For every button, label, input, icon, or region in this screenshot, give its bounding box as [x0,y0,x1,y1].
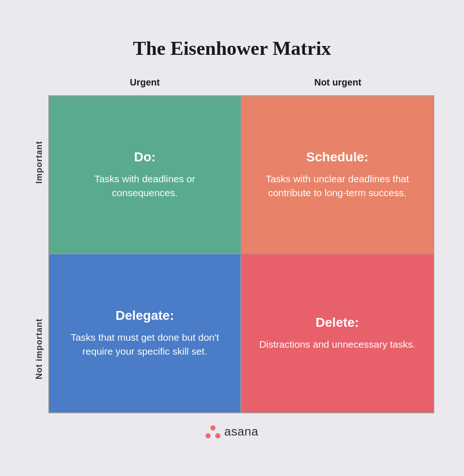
quadrant-delegate-desc: Tasks that must get done but don't requi… [63,331,226,359]
quadrant-delete-desc: Distractions and unnecessary tasks. [259,337,415,351]
quadrant-schedule: Schedule: Tasks with unclear deadlines t… [241,96,433,254]
matrix-wrapper: Important Not important Urgent Not urgen… [30,73,434,413]
col-header-urgent: Urgent [48,73,241,95]
page-title: The Eisenhower Matrix [133,37,331,60]
col-header-not-urgent: Not urgent [241,73,434,95]
y-axis-labels: Important Not important [30,73,48,413]
quadrant-delete: Delete: Distractions and unnecessary tas… [241,254,433,412]
main-container: The Eisenhower Matrix Important Not impo… [30,37,434,439]
quadrant-delegate: Delegate: Tasks that must get done but d… [49,254,241,412]
quadrant-delegate-title: Delegate: [115,308,174,323]
asana-icon [205,425,220,438]
quadrant-do: Do: Tasks with deadlines or consequences… [49,96,241,254]
quadrant-schedule-title: Schedule: [306,150,369,165]
matrix-right: Urgent Not urgent Do: Tasks with deadlin… [48,73,434,413]
y-axis-top-label: Important [34,141,44,184]
asana-dot-bottom-left [205,433,211,438]
quadrant-schedule-desc: Tasks with unclear deadlines that contri… [255,172,419,200]
asana-dot-top [211,425,216,430]
quadrant-delete-title: Delete: [316,315,359,330]
eisenhower-grid: Do: Tasks with deadlines or consequences… [48,95,434,413]
asana-logo: asana [205,424,258,439]
column-headers: Urgent Not urgent [48,73,434,95]
quadrant-do-desc: Tasks with deadlines or consequences. [63,172,226,200]
quadrant-do-title: Do: [134,150,156,165]
asana-dot-bottom-right [215,433,220,438]
y-axis-bottom-label: Not important [34,318,44,379]
asana-brand-text: asana [224,424,258,439]
footer: asana [205,424,258,439]
